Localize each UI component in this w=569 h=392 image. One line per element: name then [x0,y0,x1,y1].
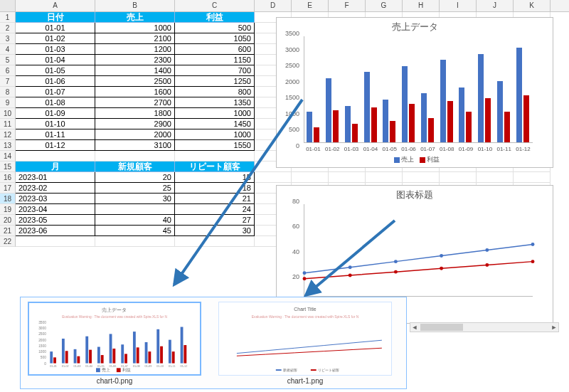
cell[interactable]: 売上 [95,12,175,23]
cell[interactable]: 利益 [175,12,255,23]
cell[interactable]: 1450 [175,119,255,129]
row-header[interactable]: 1 [0,12,16,23]
cell[interactable]: 700 [175,65,255,76]
cell[interactable]: 01-09 [16,108,95,119]
cell[interactable] [514,172,551,183]
thumbnail-chart1[interactable]: Chart Title Evaluation Warning : The doc… [217,302,393,387]
row-header[interactable]: 7 [0,76,16,87]
cell[interactable] [403,172,440,183]
row-header[interactable]: 12 [0,129,16,140]
cell[interactable]: 1000 [95,23,175,33]
cell[interactable]: 01-04 [16,55,95,65]
chart-bar-sales[interactable]: 売上データ 0500100015002000250030003500 01-01… [276,17,553,168]
cell[interactable]: 01-12 [16,140,95,151]
cell[interactable] [477,172,514,183]
cell[interactable]: 1200 [95,44,175,55]
row-header[interactable]: 13 [0,140,16,151]
select-all-cell[interactable] [0,0,16,11]
cell[interactable] [95,204,175,215]
row-header[interactable]: 21 [0,226,16,236]
thumbnail-chart0[interactable]: 売上データ Evaluation Warning : The document … [26,302,203,387]
row-header[interactable]: 18 [0,194,16,204]
cell[interactable]: リピート顧客 [175,161,255,172]
cell[interactable] [95,151,175,161]
cell[interactable] [16,236,95,247]
cell[interactable]: 1150 [175,55,255,65]
cell[interactable] [255,172,292,183]
cell[interactable]: 1250 [175,76,255,87]
cell[interactable]: 500 [175,23,255,33]
col-I[interactable]: I [440,0,477,11]
cell[interactable] [175,236,255,247]
cell[interactable]: 01-01 [16,23,95,33]
cell[interactable] [95,236,175,247]
cell[interactable]: 2000 [95,129,175,140]
cell[interactable]: 2500 [95,76,175,87]
cell[interactable] [292,172,329,183]
cell[interactable]: 01-11 [16,129,95,140]
cell[interactable]: 2023-03 [16,194,95,204]
cell[interactable]: 15 [175,172,255,183]
row-header[interactable]: 3 [0,33,16,44]
row-header[interactable]: 20 [0,215,16,226]
row-header[interactable]: 14 [0,151,16,161]
cell[interactable]: 2900 [95,119,175,129]
row-header[interactable]: 9 [0,97,16,108]
cell[interactable]: 25 [95,183,175,194]
row-header[interactable]: 10 [0,108,16,119]
col-F[interactable]: F [329,0,366,11]
col-A[interactable]: A [16,0,95,11]
cell[interactable]: 600 [175,44,255,55]
cell[interactable]: 18 [175,183,255,194]
col-G[interactable]: G [366,0,403,11]
col-J[interactable]: J [477,0,514,11]
cell[interactable]: 新規顧客 [95,161,175,172]
cell[interactable]: 20 [95,172,175,183]
cell[interactable]: 01-08 [16,97,95,108]
scroll-right-icon[interactable]: ► [550,323,558,332]
cell[interactable]: 21 [175,194,255,204]
row-header[interactable]: 22 [0,236,16,247]
horizontal-scrollbar[interactable]: ◄ ► [410,322,559,332]
cell[interactable]: 01-10 [16,119,95,129]
cell[interactable]: 2300 [95,55,175,65]
cell[interactable]: 01-05 [16,65,95,76]
col-E[interactable]: E [292,0,329,11]
cell[interactable]: 2023-01 [16,172,95,183]
cell[interactable]: 1000 [175,108,255,119]
cell[interactable]: 45 [95,226,175,236]
cell[interactable]: 2023-02 [16,183,95,194]
cell[interactable]: 1400 [95,65,175,76]
cell[interactable]: 27 [175,215,255,226]
cell[interactable]: 日付 [16,12,95,23]
col-C[interactable]: C [175,0,255,11]
row-header[interactable]: 8 [0,87,16,97]
cell[interactable]: 2023-05 [16,215,95,226]
col-B[interactable]: B [95,0,175,11]
scroll-left-icon[interactable]: ◄ [410,323,419,332]
col-D[interactable]: D [255,0,292,11]
cell[interactable]: 2023-04 [16,204,95,215]
cell[interactable]: 01-03 [16,44,95,55]
row-header[interactable]: 15 [0,161,16,172]
cell[interactable]: 01-06 [16,76,95,87]
cell[interactable]: 2700 [95,97,175,108]
row-header[interactable]: 17 [0,183,16,194]
cell[interactable]: 3100 [95,140,175,151]
col-K[interactable]: K [514,0,551,11]
cell[interactable]: 40 [95,215,175,226]
row-header[interactable]: 4 [0,44,16,55]
cell[interactable] [16,151,95,161]
cell[interactable]: 01-02 [16,33,95,44]
cell[interactable] [175,151,255,161]
cell[interactable]: 1050 [175,33,255,44]
cell[interactable]: 800 [175,87,255,97]
row-header[interactable]: 11 [0,119,16,129]
row-header[interactable]: 2 [0,23,16,33]
cell[interactable]: 1000 [175,129,255,140]
cell[interactable]: 2100 [95,33,175,44]
row-header[interactable]: 16 [0,172,16,183]
cell[interactable] [366,172,403,183]
cell[interactable]: 01-07 [16,87,95,97]
cell[interactable] [329,172,366,183]
